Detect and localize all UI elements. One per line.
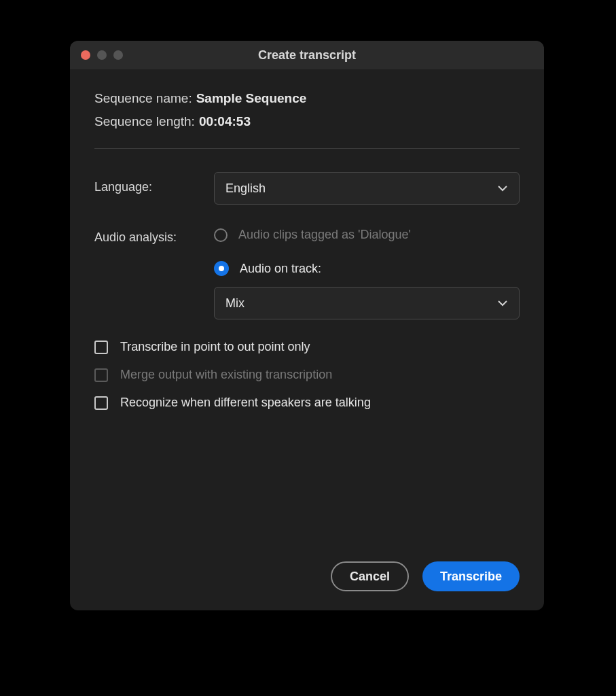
sequence-length-value: 00:04:53: [199, 114, 251, 129]
radio-icon: [214, 228, 228, 242]
chevron-down-icon: [497, 298, 508, 309]
checkbox-icon: [94, 368, 108, 382]
radio-track-label: Audio on track:: [240, 262, 321, 276]
track-select[interactable]: Mix: [214, 287, 520, 319]
maximize-window-button[interactable]: [113, 50, 123, 60]
close-window-button[interactable]: [81, 50, 90, 60]
audio-analysis-row: Audio analysis: Audio clips tagged as 'D…: [94, 222, 520, 319]
titlebar: Create transcript: [70, 41, 544, 69]
options-checkbox-list: Transcribe in point to out point only Me…: [94, 340, 520, 410]
sequence-length-row: Sequence length: 00:04:53: [94, 114, 520, 129]
cancel-button[interactable]: Cancel: [331, 561, 409, 591]
radio-dialogue-tagged: Audio clips tagged as 'Dialogue': [214, 222, 520, 242]
track-select-value: Mix: [225, 296, 244, 311]
sequence-name-label: Sequence name:: [94, 91, 192, 106]
divider: [94, 148, 520, 149]
audio-analysis-radio-group: Audio clips tagged as 'Dialogue' Audio o…: [214, 222, 520, 319]
language-label: Language:: [94, 172, 214, 194]
checkbox-merge-label: Merge output with existing transcription: [120, 368, 332, 382]
radio-icon: [214, 261, 229, 276]
language-row: Language: English: [94, 172, 520, 205]
language-select-value: English: [225, 181, 266, 196]
audio-analysis-label: Audio analysis:: [94, 222, 214, 245]
transcribe-button[interactable]: Transcribe: [422, 561, 520, 591]
minimize-window-button[interactable]: [97, 50, 107, 60]
sequence-name-row: Sequence name: Sample Sequence: [94, 91, 520, 106]
radio-audio-on-track[interactable]: Audio on track:: [214, 256, 520, 276]
language-select[interactable]: English: [214, 172, 520, 205]
checkbox-in-out-only[interactable]: Transcribe in point to out point only: [94, 340, 520, 354]
checkbox-speakers-label: Recognize when different speakers are ta…: [120, 396, 371, 410]
sequence-length-label: Sequence length:: [94, 114, 195, 129]
checkbox-icon: [94, 396, 108, 410]
checkbox-merge-output: Merge output with existing transcription: [94, 368, 520, 382]
dialog-content: Sequence name: Sample Sequence Sequence …: [70, 69, 544, 429]
dialog-footer: Cancel Transcribe: [331, 561, 520, 591]
checkbox-icon: [94, 341, 108, 354]
traffic-lights: [70, 50, 123, 60]
checkbox-in-out-label: Transcribe in point to out point only: [120, 340, 310, 354]
checkbox-recognize-speakers[interactable]: Recognize when different speakers are ta…: [94, 396, 520, 410]
create-transcript-dialog: Create transcript Sequence name: Sample …: [70, 41, 544, 610]
sequence-name-value: Sample Sequence: [196, 91, 307, 106]
chevron-down-icon: [497, 183, 508, 194]
window-title: Create transcript: [70, 48, 544, 63]
radio-dialogue-label: Audio clips tagged as 'Dialogue': [238, 228, 411, 242]
